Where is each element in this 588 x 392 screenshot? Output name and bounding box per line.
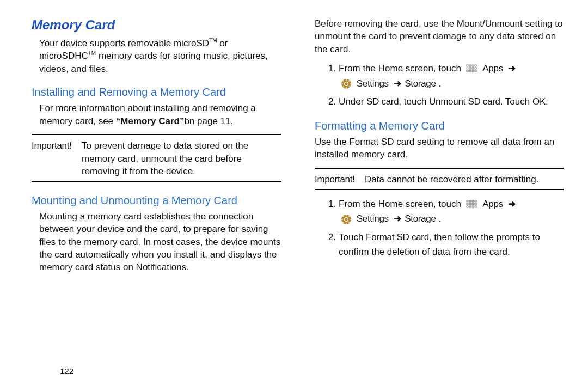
apps-label: Apps [482,199,503,209]
fs2-a: Touch [339,232,366,242]
important-label: Important! [32,139,82,177]
svg-rect-0 [467,65,468,66]
period: . [546,96,548,107]
right-column: Before removing the card, use the Mount/… [297,17,564,366]
tm-mark-2: TM [88,51,96,57]
section-formatting-body: Use the Format SD card setting to remove… [297,136,564,161]
section-installing-heading: Installing and Removing a Memory Card [14,86,281,99]
svg-rect-14 [467,200,468,202]
section-installing-body: For more information about installing an… [14,102,281,127]
svg-rect-22 [467,206,468,207]
tm-mark: TM [209,38,217,44]
arrow-icon: ➜ [394,213,401,224]
svg-rect-24 [472,206,474,207]
s2-b: , touch [399,96,429,107]
svg-rect-7 [475,68,476,69]
important-note-1: Important! To prevent damage to data sto… [14,139,281,177]
svg-rect-4 [467,68,468,69]
svg-rect-11 [475,70,476,72]
svg-rect-16 [472,200,474,202]
intro-paragraph: Your device supports removable microSDTM… [14,37,281,75]
rule [315,168,564,169]
ok-label: OK [532,96,546,107]
arrow-icon: ➜ [394,78,401,89]
format-step-1: From the Home screen, touch Apps ➜ Setti… [339,197,564,226]
page-number: 122 [60,366,74,376]
format-sd-label: Format SD card [366,232,429,242]
unmount-steps: From the Home screen, touch Apps ➜ Setti… [297,61,564,112]
svg-rect-6 [472,68,474,69]
storage-label: Storage [405,78,436,89]
section-mounting-heading: Mounting and Unmounting a Memory Card [14,194,281,207]
svg-rect-5 [469,68,471,69]
important-text: To prevent damage to data stored on the … [82,139,281,177]
format-steps: From the Home screen, touch Apps ➜ Setti… [297,197,564,262]
svg-rect-10 [472,70,474,72]
apps-icon [466,64,478,74]
svg-rect-19 [469,203,471,205]
period: . [438,78,441,89]
settings-label: Settings [357,78,389,89]
settings-icon [341,78,352,89]
svg-rect-2 [472,65,474,66]
format-step-2: Touch Format SD card, then follow the pr… [339,230,564,259]
sd-card-label: SD card [366,96,399,107]
section-formatting-heading: Formatting a Memory Card [297,120,564,132]
svg-rect-25 [475,206,476,207]
step1-text: From the Home screen, touch [339,63,464,74]
svg-rect-21 [475,203,476,205]
install-ref-bold: “Memory Card” [116,116,185,126]
rule [32,181,281,182]
svg-rect-9 [469,70,471,72]
important-label: Important! [315,173,365,186]
svg-rect-3 [475,65,476,66]
storage-label: Storage [405,213,436,224]
svg-rect-17 [475,200,476,202]
section-mounting-body: Mounting a memory card establishes the c… [14,210,281,274]
arrow-icon: ➜ [508,199,516,209]
rule [32,134,281,135]
important-note-2: Important! Data cannot be recovered afte… [297,173,564,186]
important-text: Data cannot be recovered after formattin… [365,173,564,186]
apps-icon [466,200,478,210]
apps-label: Apps [482,63,503,74]
svg-rect-18 [467,203,468,205]
page-title: Memory Card [14,17,281,33]
unmount-step-2: Under SD card, touch Unmount SD card. To… [339,94,564,109]
settings-icon [341,214,352,225]
settings-label: Settings [357,213,389,224]
fstep1-text: From the Home screen, touch [339,199,464,209]
left-column: Memory Card Your device supports removab… [14,17,281,366]
period: . [438,213,441,224]
manual-page: Memory Card Your device supports removab… [0,0,588,371]
intro-text-a: Your device supports removable microSD [39,38,209,48]
svg-rect-23 [469,206,471,207]
right-intro: Before removing the card, use the Mount/… [297,17,564,56]
unmount-step-1: From the Home screen, touch Apps ➜ Setti… [339,61,564,90]
svg-rect-20 [472,203,474,205]
install-text-b: bn page 11. [184,116,233,126]
arrow-icon: ➜ [508,63,516,74]
svg-rect-1 [469,65,471,66]
unmount-sd-label: Unmount SD card [429,96,500,107]
svg-rect-8 [467,70,468,72]
rule [315,189,564,190]
s2-a: Under [339,96,366,107]
svg-rect-15 [469,200,471,202]
s2-c: . Touch [500,96,532,107]
